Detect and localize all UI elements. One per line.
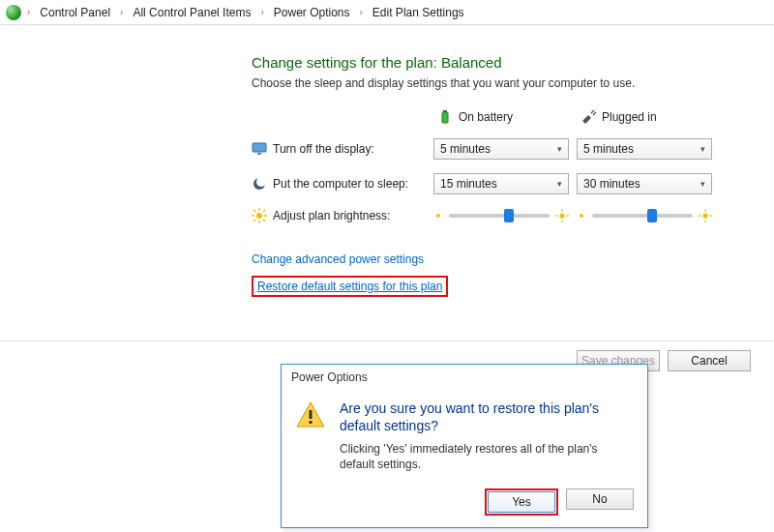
select-value: 5 minutes [583,142,634,156]
sun-bright-icon [555,209,569,222]
select-value: 15 minutes [440,177,497,191]
yes-highlight-box: Yes [485,488,558,516]
dialog-title: Power Options [282,365,647,390]
page-subtitle: Choose the sleep and display settings th… [252,76,745,90]
column-label: Plugged in [602,110,657,124]
chevron-right-icon: › [118,7,125,17]
column-on-battery: On battery [433,109,569,125]
page-title: Change settings for the plan: Balanced [252,54,745,71]
svg-rect-0 [442,112,448,123]
cancel-button[interactable]: Cancel [668,350,751,371]
svg-line-15 [263,210,265,212]
column-label: On battery [459,110,513,124]
brightness-battery-slider[interactable] [433,209,569,222]
breadcrumb-item[interactable]: Power Options [270,4,354,21]
footer-separator [0,340,774,341]
restore-defaults-link[interactable]: Restore default settings for this plan [257,280,442,293]
main-content: Change settings for the plan: Balanced C… [0,25,774,297]
svg-point-7 [256,177,266,187]
svg-point-8 [256,213,262,219]
confirm-dialog: Power Options Are you sure you want to r… [281,364,648,528]
row-sleep: Put the computer to sleep: [252,176,426,192]
slider-track[interactable] [449,214,550,218]
chevron-down-icon: ▾ [557,144,562,154]
row-label-text: Put the computer to sleep: [273,177,408,191]
chevron-right-icon: › [25,7,32,17]
row-label-text: Adjust plan brightness: [273,209,390,222]
row-display: Turn off the display: [252,141,426,157]
dialog-body-text: Clicking 'Yes' immediately restores all … [340,442,634,472]
svg-point-17 [436,214,440,218]
display-plugged-select[interactable]: 5 minutes ▾ [577,138,712,160]
sun-icon [252,208,267,223]
svg-line-2 [591,110,594,113]
sleep-battery-select[interactable]: 15 minutes ▾ [433,173,569,194]
breadcrumb-item[interactable]: All Control Panel Items [129,4,254,21]
svg-point-18 [559,213,564,218]
brightness-plugged-slider[interactable] [577,209,712,222]
advanced-settings-link[interactable]: Change advanced power settings [252,252,424,266]
svg-rect-4 [253,143,266,152]
row-label-text: Turn off the display: [273,142,374,156]
restore-highlight-box: Restore default settings for this plan [252,276,448,297]
chevron-down-icon: ▾ [557,179,562,189]
slider-track[interactable] [592,214,693,218]
links-section: Change advanced power settings Restore d… [252,252,745,297]
breadcrumb-item[interactable]: Control Panel [36,4,114,21]
moon-icon [252,176,267,192]
power-options-icon [6,5,21,20]
breadcrumb: › Control Panel › All Control Panel Item… [0,0,774,25]
svg-line-13 [253,210,255,212]
svg-rect-5 [257,153,261,155]
slider-thumb[interactable] [504,209,514,222]
slider-thumb[interactable] [647,209,657,222]
plug-icon [580,109,596,125]
sun-bright-icon [699,209,712,222]
sleep-plugged-select[interactable]: 30 minutes ▾ [577,173,712,194]
svg-line-3 [593,112,596,115]
settings-grid: On battery Plugged in Turn off the displ… [252,109,745,223]
svg-line-14 [263,220,265,222]
chevron-right-icon: › [358,7,365,17]
yes-button[interactable]: Yes [488,491,555,513]
chevron-down-icon: ▾ [700,179,705,189]
no-button[interactable]: No [566,488,634,510]
row-brightness: Adjust plan brightness: [252,208,426,223]
chevron-right-icon: › [258,7,265,17]
battery-icon [437,109,453,125]
svg-point-23 [580,214,583,218]
sun-dim-icon [577,211,586,221]
svg-point-24 [702,213,707,218]
chevron-down-icon: ▾ [700,144,705,154]
breadcrumb-item[interactable]: Edit Plan Settings [369,4,468,21]
select-value: 5 minutes [440,142,491,156]
select-value: 30 minutes [583,177,640,191]
dialog-heading: Are you sure you want to restore this pl… [340,399,634,434]
warning-icon [295,399,326,430]
column-plugged-in: Plugged in [577,109,712,125]
dialog-buttons: Yes No [282,479,647,527]
display-battery-select[interactable]: 5 minutes ▾ [433,138,569,160]
svg-rect-31 [310,421,313,424]
svg-line-16 [253,220,255,222]
monitor-icon [252,141,267,157]
sun-dim-icon [433,211,443,221]
svg-rect-30 [310,410,313,419]
svg-rect-1 [443,110,447,112]
